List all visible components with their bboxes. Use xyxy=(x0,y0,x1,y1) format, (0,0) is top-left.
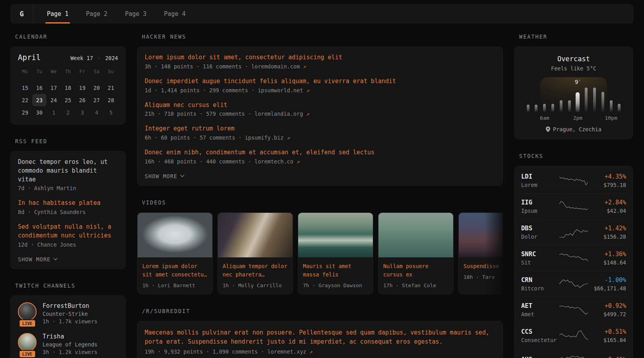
stock-row: IIG Ipsum +2.84% $42.04 xyxy=(521,193,626,219)
rss-list: Donec tempor eros leo, ut commodo mauris… xyxy=(18,158,118,248)
weather-bar xyxy=(576,92,580,112)
stock-price: $148.64 xyxy=(588,259,626,266)
video-thumbnail[interactable] xyxy=(378,213,453,257)
weather-location: Prague, Czechia xyxy=(522,126,625,132)
calendar-year: 2024 xyxy=(105,55,118,61)
stock-row: AHS +0.46% xyxy=(521,348,626,358)
hacker-news-item-title[interactable]: Aliquam nec cursus elit xyxy=(145,101,495,110)
weather-hour-column: 10pm xyxy=(608,88,614,123)
rss-item-title[interactable]: In hac habitasse platea xyxy=(18,199,118,208)
meta-text: 19h · 9,932 points · 1,090 comments · lo… xyxy=(145,348,310,355)
hacker-news-item-title[interactable]: Lorem ipsum dolor sit amet, consectetur … xyxy=(145,53,495,62)
weather-hour-column xyxy=(533,88,539,123)
weather-bar xyxy=(585,88,588,112)
calendar-day-header: Sa xyxy=(89,66,104,77)
rss-show-more-button[interactable]: SHOW MORE xyxy=(18,256,58,263)
stocks-section-title: STOCKS xyxy=(519,153,633,159)
meta-text: 1d · 1,414 points · 299 comments · ipsum… xyxy=(145,87,306,93)
nav-tab[interactable]: Page 4 xyxy=(155,4,194,23)
video-thumbnail[interactable] xyxy=(459,213,503,257)
hacker-news-item-title[interactable]: Donec enim nibh, condimentum et accumsan… xyxy=(145,148,495,157)
stock-symbol: CCS xyxy=(521,328,559,335)
video-title[interactable]: Suspendisse diam xyxy=(464,262,503,270)
top-navbar: G Page 1 Page 2 Page 3 Page 4 xyxy=(10,4,634,23)
calendar-month: April xyxy=(18,53,41,62)
stock-symbol: AET xyxy=(521,302,559,309)
calendar-date-cell: 29 xyxy=(18,106,32,119)
stock-sparkline xyxy=(559,226,588,239)
weather-hour-column xyxy=(525,88,531,123)
hacker-news-list: Lorem ipsum dolor sit amet, consectetur … xyxy=(145,53,495,165)
external-link-icon[interactable]: ↗ xyxy=(310,348,313,355)
calendar-week-info: Week 17 · 2024 xyxy=(70,55,118,61)
twitch-channel-row: LIVE ForrestBurton Counter-Strike 1h · 1… xyxy=(18,302,118,325)
calendar-day-header: Mo xyxy=(18,66,32,77)
rss-section-title: RSS FEED xyxy=(15,138,126,144)
weather-hour-column xyxy=(617,88,622,123)
rss-item-title[interactable]: Sed volutpat nulla nisl, a condimentum n… xyxy=(18,223,118,240)
stock-row: AET Amet +0.92% $499.72 xyxy=(521,297,626,323)
nav-tab[interactable]: Page 2 xyxy=(77,4,116,23)
calendar-card: April Week 17 · 2024 Mo Tu xyxy=(10,47,126,125)
avatar[interactable] xyxy=(18,302,37,321)
stock-name: Lorem xyxy=(521,182,559,188)
weather-card: Overcast Feels like 5°C xyxy=(514,47,633,139)
chevron-down-icon xyxy=(53,258,58,261)
hacker-news-item-meta: 6h · 60 points · 57 comments · ipsumify.… xyxy=(145,134,495,141)
video-thumbnail[interactable] xyxy=(218,213,293,257)
hacker-news-item-title[interactable]: Donec imperdiet augue tincidunt felis al… xyxy=(145,77,495,86)
calendar-date-cell: 3 xyxy=(75,106,89,119)
nav-tab-label: Page 4 xyxy=(164,10,186,18)
twitch-channel-name[interactable]: ForrestBurton xyxy=(43,302,97,309)
rss-item-meta: 12d · Chance Jones xyxy=(18,241,118,248)
rss-item-title[interactable]: Donec tempor eros leo, ut commodo mauris… xyxy=(18,158,118,184)
calendar-date-cell: 21 xyxy=(104,82,118,94)
twitch-channel-game: Counter-Strike xyxy=(43,311,97,317)
avatar[interactable] xyxy=(18,333,37,352)
hacker-news-show-more-button[interactable]: SHOW MORE xyxy=(145,173,184,179)
weather-temp-label: 9° xyxy=(575,79,581,85)
external-link-icon[interactable]: ↗ xyxy=(306,87,309,93)
twitch-channel-meta: 3h · 1.2k viewers xyxy=(43,349,97,355)
rss-card: Donec tempor eros leo, ut commodo mauris… xyxy=(10,151,126,269)
external-link-icon[interactable]: ↗ xyxy=(297,158,300,165)
external-link-icon[interactable]: ↗ xyxy=(287,134,290,141)
weather-chart: 6am xyxy=(523,77,625,123)
calendar-date-cell: 5 xyxy=(104,106,118,119)
video-title[interactable]: Mauris sit amet massa felis xyxy=(303,262,368,279)
twitch-channel-meta: 1h · 1.7k viewers xyxy=(43,318,97,325)
calendar-date-cell: 20 xyxy=(89,82,104,94)
weather-condition: Overcast xyxy=(522,55,625,63)
hacker-news-item-title[interactable]: Integer eget rutrum lorem xyxy=(145,125,495,133)
hacker-news-item: Integer eget rutrum lorem 6h · 60 points… xyxy=(145,125,495,141)
calendar-date-cell: 15 xyxy=(18,82,32,94)
videos-carousel: Lorem ipsum dolor sit amet consectetu… 1… xyxy=(137,212,503,294)
twitch-channel-game: League of Legends xyxy=(43,341,97,348)
nav-tab-label: Page 2 xyxy=(86,10,107,18)
video-thumbnail[interactable] xyxy=(138,213,212,257)
video-title[interactable]: Nullam posuere cursus ex xyxy=(383,262,448,279)
subreddit-section: /R/SUBREDDIT Maecenas mollis pulvinar er… xyxy=(137,308,503,358)
external-link-icon[interactable]: ↗ xyxy=(303,63,306,70)
live-badge: LIVE xyxy=(19,319,36,327)
calendar-day-header: Fr xyxy=(75,66,89,77)
nav-tab-label: Page 3 xyxy=(125,10,146,18)
video-thumbnail[interactable] xyxy=(298,213,373,257)
stock-row: DBS Dolor +1.42% $156.28 xyxy=(521,219,626,245)
weather-hour-label: 10pm xyxy=(605,115,617,123)
chevron-down-icon xyxy=(180,175,184,177)
calendar-day-headers: Mo Tu We Th Fr Sa Su xyxy=(18,66,118,77)
twitch-channel-name[interactable]: Trisha xyxy=(43,333,97,340)
calendar-date-cell: 27 xyxy=(89,94,104,106)
video-title[interactable]: Aliquam tempor dolor nec pharetra… xyxy=(223,262,288,279)
weather-hour-label: 6am xyxy=(540,115,549,123)
weather-feels-like: Feels like 5°C xyxy=(522,65,625,72)
weather-bar xyxy=(535,105,537,112)
nav-tab[interactable]: Page 3 xyxy=(116,4,155,23)
subreddit-post-title[interactable]: Maecenas mollis pulvinar erat non posuer… xyxy=(145,328,495,347)
video-title[interactable]: Lorem ipsum dolor sit amet consectetu… xyxy=(142,262,208,279)
external-link-icon[interactable]: ↗ xyxy=(306,111,309,117)
nav-tab[interactable]: Page 1 xyxy=(38,4,77,23)
stock-symbol: LDI xyxy=(521,173,559,180)
weather-bar xyxy=(543,104,546,112)
